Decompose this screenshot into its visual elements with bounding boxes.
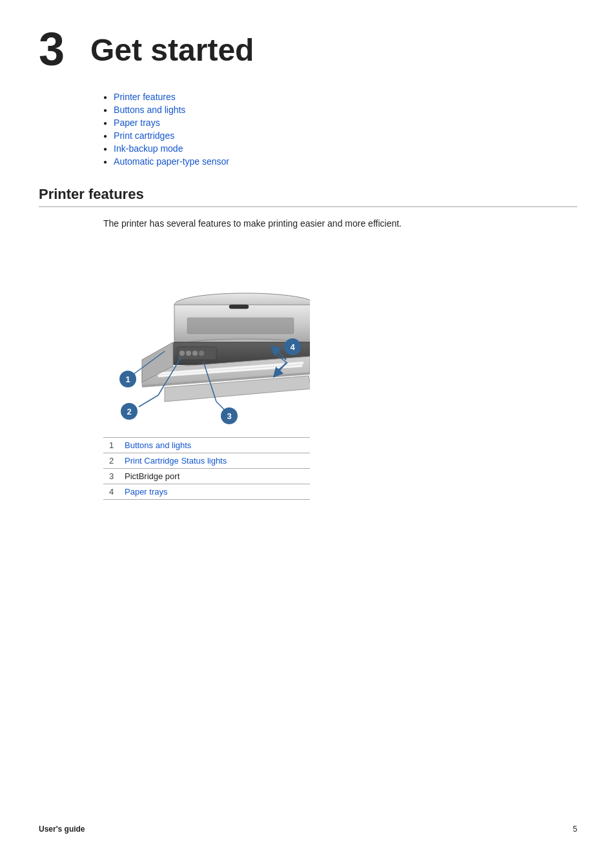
svg-line-20 xyxy=(139,395,158,407)
legend-number-4: 4 xyxy=(103,484,119,500)
toc-item-paper-trays: Paper trays xyxy=(103,118,577,128)
legend-row-2: 2 Print Cartridge Status lights xyxy=(103,453,310,469)
legend-number-2: 2 xyxy=(103,453,119,469)
footer-guide-label: User's guide xyxy=(39,825,85,834)
toc-link-ink-backup[interactable]: Ink-backup mode xyxy=(114,143,183,154)
chapter-title: Get started xyxy=(90,26,254,68)
legend-number-3: 3 xyxy=(103,469,119,484)
footer-page-number: 5 xyxy=(573,825,577,834)
legend-link-buttons-lights[interactable]: Buttons and lights xyxy=(125,440,191,450)
toc-link-paper-trays[interactable]: Paper trays xyxy=(114,118,160,128)
legend-table: 1 Buttons and lights 2 Print Cartridge S… xyxy=(103,437,310,500)
chapter-header: 3 Get started xyxy=(39,26,577,72)
toc-link-auto-sensor[interactable]: Automatic paper-type sensor xyxy=(114,156,229,167)
section-title-printer-features: Printer features xyxy=(39,186,577,207)
toc-item-ink-backup: Ink-backup mode xyxy=(103,143,577,154)
svg-point-11 xyxy=(180,351,185,356)
printer-features-section: Printer features The printer has several… xyxy=(39,186,577,500)
toc-link-print-cartridges[interactable]: Print cartridges xyxy=(114,130,174,141)
printer-illustration-container: 1 2 3 4 xyxy=(103,247,310,434)
printer-illustration: 1 2 3 4 xyxy=(103,247,310,431)
legend-row-4: 4 Paper trays xyxy=(103,484,310,500)
printer-diagram-area: 1 2 3 4 1 xyxy=(103,247,577,500)
svg-text:2: 2 xyxy=(127,407,131,416)
section-description: The printer has several features to make… xyxy=(103,217,577,231)
toc-item-print-cartridges: Print cartridges xyxy=(103,130,577,141)
legend-link-paper-trays[interactable]: Paper trays xyxy=(125,487,167,497)
legend-link-print-cartridge-status[interactable]: Print Cartridge Status lights xyxy=(125,456,227,466)
svg-rect-15 xyxy=(229,305,249,309)
legend-label-1: Buttons and lights xyxy=(119,438,310,453)
toc-link-buttons-lights[interactable]: Buttons and lights xyxy=(114,105,185,115)
toc-item-buttons-lights: Buttons and lights xyxy=(103,105,577,115)
toc-list: Printer features Buttons and lights Pape… xyxy=(103,92,577,167)
toc-link-printer-features[interactable]: Printer features xyxy=(114,92,176,102)
chapter-number: 3 xyxy=(39,26,77,72)
legend-number-1: 1 xyxy=(103,438,119,453)
svg-text:1: 1 xyxy=(125,375,130,384)
toc-item-printer-features: Printer features xyxy=(103,92,577,102)
svg-rect-16 xyxy=(187,318,294,334)
legend-row-3: 3 PictBridge port xyxy=(103,469,310,484)
svg-point-14 xyxy=(199,351,204,356)
page-footer: User's guide 5 xyxy=(39,825,577,834)
legend-row-1: 1 Buttons and lights xyxy=(103,438,310,453)
svg-point-12 xyxy=(186,351,191,356)
legend-label-3: PictBridge port xyxy=(119,469,310,484)
svg-text:4: 4 xyxy=(290,342,295,352)
svg-text:3: 3 xyxy=(227,411,231,421)
toc-item-auto-sensor: Automatic paper-type sensor xyxy=(103,156,577,167)
legend-label-4: Paper trays xyxy=(119,484,310,500)
svg-point-13 xyxy=(192,351,198,356)
legend-label-2: Print Cartridge Status lights xyxy=(119,453,310,469)
